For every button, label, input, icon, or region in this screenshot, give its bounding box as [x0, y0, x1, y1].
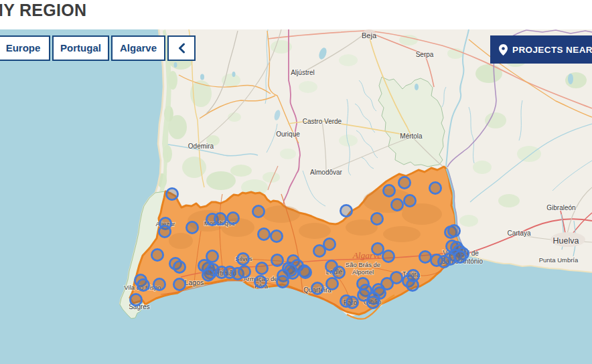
svg-text:Alportel: Alportel [352, 268, 374, 276]
svg-text:Gibraleón: Gibraleón [546, 204, 575, 211]
svg-text:Punta Umbría: Punta Umbría [539, 256, 579, 264]
svg-text:Aljústrel: Aljústrel [291, 69, 315, 76]
svg-text:Almodôvar: Almodôvar [310, 169, 342, 176]
svg-text:Lagos: Lagos [185, 278, 204, 286]
svg-text:Odemira: Odemira [188, 143, 214, 150]
svg-text:São Brás de: São Brás de [346, 261, 380, 268]
svg-text:Castro Verde: Castro Verde [303, 118, 342, 125]
svg-text:Huelva: Huelva [553, 236, 579, 246]
svg-text:Cartaya: Cartaya [507, 230, 530, 237]
svg-text:Beja: Beja [362, 31, 377, 39]
svg-text:Mértola: Mértola [400, 132, 423, 140]
svg-text:Serpa: Serpa [416, 51, 434, 58]
svg-text:Ourique: Ourique [276, 130, 300, 138]
